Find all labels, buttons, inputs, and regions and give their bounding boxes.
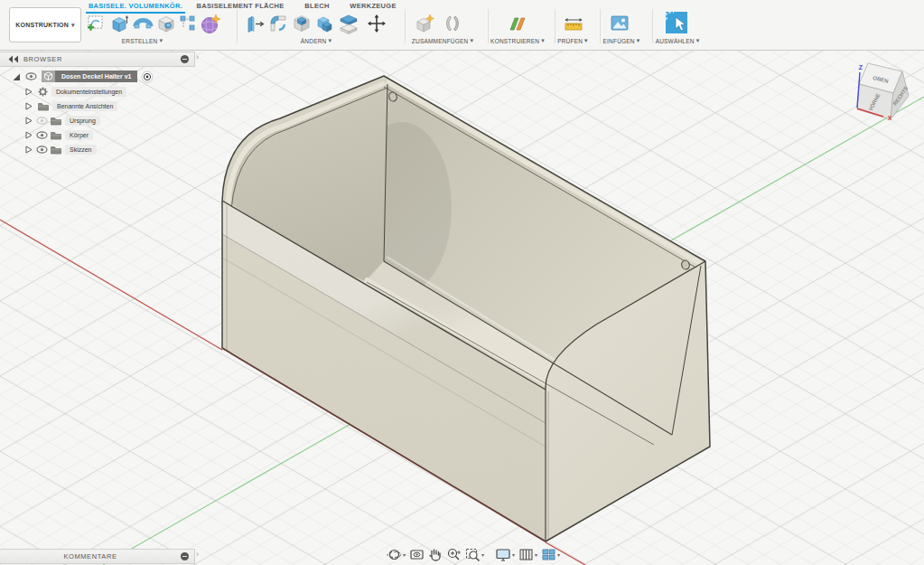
- tab-basiselement-flaeche[interactable]: BASISELEMENT FLÄCHE: [190, 0, 291, 12]
- display-settings-icon: [495, 547, 511, 562]
- split-body-icon: [338, 13, 359, 34]
- zoom-icon: [446, 547, 462, 562]
- activate-radio-icon[interactable]: [141, 71, 154, 83]
- grid-settings-button[interactable]: ▾: [518, 547, 537, 562]
- shell-button[interactable]: [291, 13, 313, 34]
- browser-item-dokumenteinstellungen[interactable]: Dokumenteinstellungen: [25, 86, 126, 98]
- fusion360-window: OBEN VORNE RECHTS Z X BASISELE. VOLUMENK…: [0, 0, 924, 565]
- browser-item-koerper[interactable]: Körper: [25, 129, 93, 141]
- browser-panel-title: BROWSER: [23, 55, 181, 63]
- folder-icon: [51, 131, 61, 140]
- browser-item-skizzen[interactable]: Skizzen: [25, 144, 97, 155]
- viewports-button[interactable]: ▾: [541, 547, 560, 562]
- expanded-triangle-icon[interactable]: [12, 72, 21, 81]
- browser-item-root[interactable]: Dosen Deckel Halter v1: [12, 71, 154, 82]
- joint-icon: [442, 13, 463, 34]
- pan-button[interactable]: [428, 547, 443, 562]
- panel-handle-icon[interactable]: [181, 55, 189, 63]
- panel-handle-icon[interactable]: [181, 552, 189, 560]
- browser-item-benannte-ansichten[interactable]: Benannte Ansichten: [25, 100, 117, 112]
- pan-hand-icon: [428, 547, 443, 562]
- display-settings-button[interactable]: ▾: [495, 547, 515, 562]
- construction-plane-button[interactable]: [506, 13, 529, 34]
- document-cube-icon: [42, 71, 55, 82]
- browser-panel-header[interactable]: BROWSER: [0, 52, 195, 67]
- tab-werkzeuge[interactable]: WERKZEUGE: [345, 0, 401, 12]
- folder-icon: [51, 117, 61, 126]
- eye-off-icon[interactable]: [36, 117, 48, 125]
- look-at-icon: [409, 547, 425, 562]
- auswaehlen-group-dropdown[interactable]: AUSWÄHLEN: [643, 37, 712, 44]
- split-body-button[interactable]: [338, 13, 359, 34]
- combine-button[interactable]: [314, 13, 336, 34]
- eye-icon[interactable]: [25, 72, 37, 80]
- rectangular-pattern-button[interactable]: [180, 15, 195, 31]
- chevron-down-icon[interactable]: ▾: [481, 551, 484, 558]
- collapsed-triangle-icon[interactable]: [25, 88, 33, 96]
- new-component-icon: [414, 13, 437, 34]
- extrude-button[interactable]: [108, 13, 130, 34]
- aendern-group-dropdown[interactable]: ÄNDERN: [280, 37, 352, 44]
- collapse-panel-icon[interactable]: [7, 55, 20, 63]
- chevron-down-icon: [71, 22, 75, 29]
- collapsed-triangle-icon[interactable]: [25, 131, 33, 139]
- panel-expand-chevron[interactable]: [196, 52, 199, 61]
- toolbar-separator: [237, 9, 238, 43]
- revolve-icon: [132, 13, 154, 34]
- tab-basisele-volumenkoer[interactable]: BASISELE. VOLUMENKÖR.: [86, 0, 185, 14]
- chevron-down-icon[interactable]: ▾: [512, 551, 515, 558]
- collapsed-triangle-icon[interactable]: [25, 146, 33, 154]
- grid-settings-icon: [518, 547, 534, 562]
- chevron-down-icon[interactable]: ▾: [557, 551, 560, 558]
- konstruktion-dropdown[interactable]: KONSTRUKTION: [9, 7, 81, 42]
- create-form-icon: [199, 13, 222, 36]
- tab-blech[interactable]: BLECH: [296, 0, 338, 12]
- orbit-button[interactable]: ▾: [387, 547, 406, 562]
- panel-expand-chevron[interactable]: [196, 550, 199, 559]
- toolbar: BASISELE. VOLUMENKÖR. BASISELEMENT FLÄCH…: [0, 0, 924, 51]
- zusammenfuegen-group-dropdown[interactable]: ZUSAMMENFÜGEN: [401, 37, 484, 44]
- chevron-down-icon[interactable]: ▾: [403, 551, 406, 558]
- model-canvas[interactable]: OBEN VORNE RECHTS Z X: [0, 0, 924, 565]
- hole-button[interactable]: [155, 13, 177, 34]
- measure-button[interactable]: [562, 13, 585, 34]
- folder-icon: [51, 146, 61, 155]
- chevron-down-icon: [160, 37, 163, 44]
- browser-item-ursprung[interactable]: Ursprung: [25, 115, 100, 127]
- pruefen-group-dropdown[interactable]: PRÜFEN: [547, 37, 598, 44]
- fillet-button[interactable]: [267, 13, 289, 34]
- svg-text:X: X: [888, 115, 892, 121]
- construction-plane-icon: [506, 13, 529, 34]
- chevron-down-icon: [470, 37, 473, 44]
- press-pull-button[interactable]: [244, 13, 266, 34]
- chevron-down-icon: [541, 37, 545, 44]
- move-copy-button[interactable]: [367, 14, 387, 33]
- collapsed-triangle-icon[interactable]: [25, 102, 33, 110]
- create-sketch-button[interactable]: [85, 13, 107, 34]
- rectangular-pattern-icon: [180, 15, 195, 31]
- select-button[interactable]: [665, 11, 689, 35]
- select-icon: [665, 11, 689, 35]
- collapsed-triangle-icon[interactable]: [25, 117, 33, 125]
- comments-panel-header[interactable]: KOMMENTARE: [0, 549, 195, 564]
- gear-icon: [38, 87, 48, 97]
- zoom-button[interactable]: [446, 547, 462, 562]
- chevron-down-icon: [696, 37, 700, 44]
- shell-icon: [291, 13, 313, 34]
- document-title[interactable]: Dosen Deckel Halter v1: [55, 71, 137, 82]
- chevron-down-icon: [328, 37, 331, 44]
- erstellen-group-dropdown[interactable]: ERSTELLEN: [99, 37, 185, 44]
- svg-text:Z: Z: [859, 64, 863, 71]
- fit-button[interactable]: ▾: [465, 547, 484, 562]
- eye-icon[interactable]: [36, 146, 48, 154]
- joint-button[interactable]: [442, 13, 463, 34]
- konstruieren-group-dropdown[interactable]: KONSTRUIEREN: [479, 37, 556, 44]
- eye-icon[interactable]: [36, 131, 48, 139]
- revolve-button[interactable]: [132, 13, 154, 34]
- chevron-down-icon[interactable]: ▾: [535, 551, 537, 558]
- create-form-button[interactable]: [199, 13, 222, 36]
- insert-button[interactable]: [609, 13, 630, 34]
- new-component-button[interactable]: [414, 13, 437, 34]
- hole-icon: [155, 13, 177, 34]
- look-at-button[interactable]: [409, 547, 425, 562]
